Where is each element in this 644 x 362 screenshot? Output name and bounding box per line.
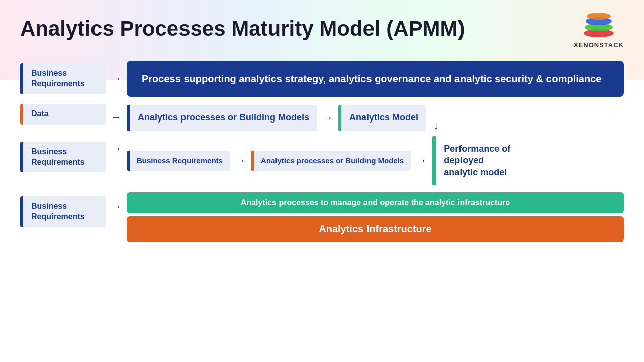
performance-box: Performance of deployed analytic model bbox=[432, 136, 522, 185]
data-label: Data bbox=[20, 104, 106, 125]
diagram-rows: Business Requirements → Process supporti… bbox=[20, 61, 624, 242]
arrow-to-model: → bbox=[322, 111, 333, 125]
logo-text: XENONSTACK bbox=[574, 41, 624, 49]
row4: Business Requirements → Analytics proces… bbox=[20, 192, 624, 242]
double-arrows: → → bbox=[111, 111, 122, 155]
arrow-sub: → bbox=[235, 154, 246, 167]
rows-2-3: Data Business Requirements → → Analytics… bbox=[20, 104, 624, 185]
main-content: Analytics Processes Maturity Model (APMM… bbox=[0, 0, 644, 251]
down-arrow: ↓ bbox=[433, 119, 439, 132]
arrow-data: → bbox=[111, 111, 122, 124]
row3-main: Business Requirements → Analytics proces… bbox=[127, 136, 522, 185]
page-title: Analytics Processes Maturity Model (APMM… bbox=[20, 17, 465, 40]
infra-box: Analytics Infrastructure bbox=[127, 216, 624, 242]
row1-process-box: Process supporting analytics strategy, a… bbox=[127, 61, 624, 97]
down-arrow-col: ↓ bbox=[433, 104, 439, 132]
row1-label: Business Requirements bbox=[20, 63, 106, 94]
row4-right: Analytics processes to manage and operat… bbox=[127, 192, 624, 242]
analytics-process-box1: Analytics processes or Building Models bbox=[127, 105, 317, 131]
arrow-to-perf: → bbox=[416, 154, 427, 167]
row2-main: Analytics processes or Building Models →… bbox=[127, 104, 522, 132]
left-labels: Data Business Requirements bbox=[20, 104, 106, 172]
svg-point-3 bbox=[587, 13, 611, 20]
row1: Business Requirements → Process supporti… bbox=[20, 61, 624, 97]
arrow-biz: → bbox=[111, 142, 122, 155]
logo-area: XENONSTACK bbox=[574, 9, 624, 49]
header: Analytics Processes Maturity Model (APMM… bbox=[20, 9, 624, 49]
analytics-model-box: Analytics Model bbox=[338, 105, 426, 131]
row4-arrow: → bbox=[111, 200, 122, 213]
row4-biz-req: Business Requirements bbox=[20, 196, 106, 227]
xenonstack-logo-icon bbox=[581, 9, 616, 39]
biz-req-label: Business Requirements bbox=[20, 142, 106, 173]
right-complex: Analytics processes or Building Models →… bbox=[127, 104, 522, 185]
row1-arrow: → bbox=[111, 72, 122, 85]
manage-box: Analytics processes to manage and operat… bbox=[127, 192, 624, 213]
sub-analytics-process: Analytics processes or Building Models bbox=[251, 151, 411, 171]
sub-biz-req: Business Requirements bbox=[127, 151, 230, 171]
row2-top: Data Business Requirements → → Analytics… bbox=[20, 104, 624, 185]
